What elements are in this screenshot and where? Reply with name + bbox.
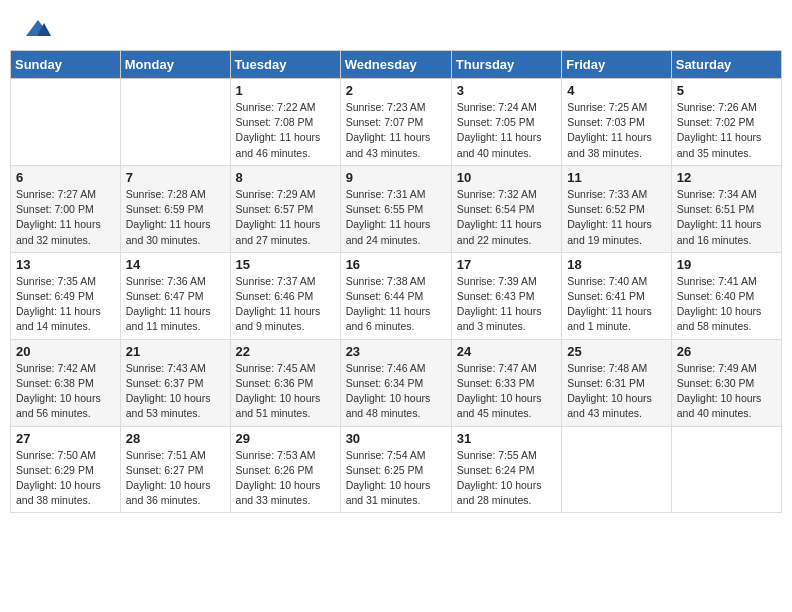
calendar-day-cell: 29Sunrise: 7:53 AM Sunset: 6:26 PM Dayli… xyxy=(230,426,340,513)
calendar-week-row: 20Sunrise: 7:42 AM Sunset: 6:38 PM Dayli… xyxy=(11,339,782,426)
day-number: 13 xyxy=(16,257,115,272)
day-number: 29 xyxy=(236,431,335,446)
day-detail: Sunrise: 7:42 AM Sunset: 6:38 PM Dayligh… xyxy=(16,361,115,422)
calendar-week-row: 13Sunrise: 7:35 AM Sunset: 6:49 PM Dayli… xyxy=(11,252,782,339)
day-number: 16 xyxy=(346,257,446,272)
calendar-day-cell: 8Sunrise: 7:29 AM Sunset: 6:57 PM Daylig… xyxy=(230,165,340,252)
day-number: 8 xyxy=(236,170,335,185)
calendar-day-cell: 25Sunrise: 7:48 AM Sunset: 6:31 PM Dayli… xyxy=(562,339,672,426)
day-detail: Sunrise: 7:39 AM Sunset: 6:43 PM Dayligh… xyxy=(457,274,556,335)
calendar-day-cell: 11Sunrise: 7:33 AM Sunset: 6:52 PM Dayli… xyxy=(562,165,672,252)
day-number: 9 xyxy=(346,170,446,185)
day-detail: Sunrise: 7:49 AM Sunset: 6:30 PM Dayligh… xyxy=(677,361,776,422)
day-detail: Sunrise: 7:40 AM Sunset: 6:41 PM Dayligh… xyxy=(567,274,666,335)
calendar-day-cell: 12Sunrise: 7:34 AM Sunset: 6:51 PM Dayli… xyxy=(671,165,781,252)
calendar-day-cell xyxy=(120,79,230,166)
calendar-day-cell: 10Sunrise: 7:32 AM Sunset: 6:54 PM Dayli… xyxy=(451,165,561,252)
day-detail: Sunrise: 7:33 AM Sunset: 6:52 PM Dayligh… xyxy=(567,187,666,248)
day-number: 18 xyxy=(567,257,666,272)
day-number: 27 xyxy=(16,431,115,446)
day-number: 12 xyxy=(677,170,776,185)
calendar-day-cell: 22Sunrise: 7:45 AM Sunset: 6:36 PM Dayli… xyxy=(230,339,340,426)
day-number: 11 xyxy=(567,170,666,185)
calendar-day-cell: 13Sunrise: 7:35 AM Sunset: 6:49 PM Dayli… xyxy=(11,252,121,339)
calendar-day-cell: 26Sunrise: 7:49 AM Sunset: 6:30 PM Dayli… xyxy=(671,339,781,426)
calendar-day-cell: 9Sunrise: 7:31 AM Sunset: 6:55 PM Daylig… xyxy=(340,165,451,252)
day-detail: Sunrise: 7:53 AM Sunset: 6:26 PM Dayligh… xyxy=(236,448,335,509)
day-number: 20 xyxy=(16,344,115,359)
calendar-day-cell: 31Sunrise: 7:55 AM Sunset: 6:24 PM Dayli… xyxy=(451,426,561,513)
calendar-day-cell: 17Sunrise: 7:39 AM Sunset: 6:43 PM Dayli… xyxy=(451,252,561,339)
day-number: 1 xyxy=(236,83,335,98)
page-header xyxy=(10,10,782,44)
day-detail: Sunrise: 7:55 AM Sunset: 6:24 PM Dayligh… xyxy=(457,448,556,509)
day-detail: Sunrise: 7:28 AM Sunset: 6:59 PM Dayligh… xyxy=(126,187,225,248)
calendar-header-cell: Tuesday xyxy=(230,51,340,79)
day-number: 14 xyxy=(126,257,225,272)
day-detail: Sunrise: 7:27 AM Sunset: 7:00 PM Dayligh… xyxy=(16,187,115,248)
day-detail: Sunrise: 7:22 AM Sunset: 7:08 PM Dayligh… xyxy=(236,100,335,161)
day-detail: Sunrise: 7:23 AM Sunset: 7:07 PM Dayligh… xyxy=(346,100,446,161)
day-number: 2 xyxy=(346,83,446,98)
day-detail: Sunrise: 7:31 AM Sunset: 6:55 PM Dayligh… xyxy=(346,187,446,248)
day-detail: Sunrise: 7:50 AM Sunset: 6:29 PM Dayligh… xyxy=(16,448,115,509)
calendar-day-cell: 4Sunrise: 7:25 AM Sunset: 7:03 PM Daylig… xyxy=(562,79,672,166)
calendar-day-cell: 19Sunrise: 7:41 AM Sunset: 6:40 PM Dayli… xyxy=(671,252,781,339)
day-number: 24 xyxy=(457,344,556,359)
day-number: 19 xyxy=(677,257,776,272)
calendar-day-cell xyxy=(671,426,781,513)
day-number: 28 xyxy=(126,431,225,446)
calendar-day-cell: 1Sunrise: 7:22 AM Sunset: 7:08 PM Daylig… xyxy=(230,79,340,166)
day-detail: Sunrise: 7:25 AM Sunset: 7:03 PM Dayligh… xyxy=(567,100,666,161)
calendar-week-row: 1Sunrise: 7:22 AM Sunset: 7:08 PM Daylig… xyxy=(11,79,782,166)
calendar-day-cell xyxy=(562,426,672,513)
day-detail: Sunrise: 7:41 AM Sunset: 6:40 PM Dayligh… xyxy=(677,274,776,335)
calendar-header-cell: Saturday xyxy=(671,51,781,79)
day-detail: Sunrise: 7:35 AM Sunset: 6:49 PM Dayligh… xyxy=(16,274,115,335)
day-number: 23 xyxy=(346,344,446,359)
calendar-day-cell: 18Sunrise: 7:40 AM Sunset: 6:41 PM Dayli… xyxy=(562,252,672,339)
day-number: 21 xyxy=(126,344,225,359)
calendar-header-cell: Sunday xyxy=(11,51,121,79)
day-number: 5 xyxy=(677,83,776,98)
day-number: 22 xyxy=(236,344,335,359)
calendar-day-cell: 16Sunrise: 7:38 AM Sunset: 6:44 PM Dayli… xyxy=(340,252,451,339)
calendar-day-cell xyxy=(11,79,121,166)
calendar-day-cell: 23Sunrise: 7:46 AM Sunset: 6:34 PM Dayli… xyxy=(340,339,451,426)
day-detail: Sunrise: 7:46 AM Sunset: 6:34 PM Dayligh… xyxy=(346,361,446,422)
calendar-day-cell: 7Sunrise: 7:28 AM Sunset: 6:59 PM Daylig… xyxy=(120,165,230,252)
day-detail: Sunrise: 7:38 AM Sunset: 6:44 PM Dayligh… xyxy=(346,274,446,335)
day-number: 26 xyxy=(677,344,776,359)
day-detail: Sunrise: 7:54 AM Sunset: 6:25 PM Dayligh… xyxy=(346,448,446,509)
calendar-header-cell: Monday xyxy=(120,51,230,79)
calendar-header-row: SundayMondayTuesdayWednesdayThursdayFrid… xyxy=(11,51,782,79)
calendar-day-cell: 15Sunrise: 7:37 AM Sunset: 6:46 PM Dayli… xyxy=(230,252,340,339)
calendar-day-cell: 24Sunrise: 7:47 AM Sunset: 6:33 PM Dayli… xyxy=(451,339,561,426)
day-number: 15 xyxy=(236,257,335,272)
day-number: 31 xyxy=(457,431,556,446)
calendar-day-cell: 28Sunrise: 7:51 AM Sunset: 6:27 PM Dayli… xyxy=(120,426,230,513)
day-number: 7 xyxy=(126,170,225,185)
day-detail: Sunrise: 7:36 AM Sunset: 6:47 PM Dayligh… xyxy=(126,274,225,335)
day-detail: Sunrise: 7:32 AM Sunset: 6:54 PM Dayligh… xyxy=(457,187,556,248)
day-detail: Sunrise: 7:34 AM Sunset: 6:51 PM Dayligh… xyxy=(677,187,776,248)
calendar-day-cell: 30Sunrise: 7:54 AM Sunset: 6:25 PM Dayli… xyxy=(340,426,451,513)
calendar-week-row: 27Sunrise: 7:50 AM Sunset: 6:29 PM Dayli… xyxy=(11,426,782,513)
calendar-day-cell: 5Sunrise: 7:26 AM Sunset: 7:02 PM Daylig… xyxy=(671,79,781,166)
day-detail: Sunrise: 7:24 AM Sunset: 7:05 PM Dayligh… xyxy=(457,100,556,161)
calendar-week-row: 6Sunrise: 7:27 AM Sunset: 7:00 PM Daylig… xyxy=(11,165,782,252)
calendar-header-cell: Thursday xyxy=(451,51,561,79)
calendar-day-cell: 2Sunrise: 7:23 AM Sunset: 7:07 PM Daylig… xyxy=(340,79,451,166)
day-detail: Sunrise: 7:48 AM Sunset: 6:31 PM Dayligh… xyxy=(567,361,666,422)
day-number: 3 xyxy=(457,83,556,98)
calendar-day-cell: 27Sunrise: 7:50 AM Sunset: 6:29 PM Dayli… xyxy=(11,426,121,513)
calendar-day-cell: 14Sunrise: 7:36 AM Sunset: 6:47 PM Dayli… xyxy=(120,252,230,339)
calendar-table: SundayMondayTuesdayWednesdayThursdayFrid… xyxy=(10,50,782,513)
day-number: 30 xyxy=(346,431,446,446)
day-detail: Sunrise: 7:47 AM Sunset: 6:33 PM Dayligh… xyxy=(457,361,556,422)
logo-icon xyxy=(24,18,52,40)
day-detail: Sunrise: 7:37 AM Sunset: 6:46 PM Dayligh… xyxy=(236,274,335,335)
logo xyxy=(22,18,52,40)
day-detail: Sunrise: 7:43 AM Sunset: 6:37 PM Dayligh… xyxy=(126,361,225,422)
day-detail: Sunrise: 7:29 AM Sunset: 6:57 PM Dayligh… xyxy=(236,187,335,248)
